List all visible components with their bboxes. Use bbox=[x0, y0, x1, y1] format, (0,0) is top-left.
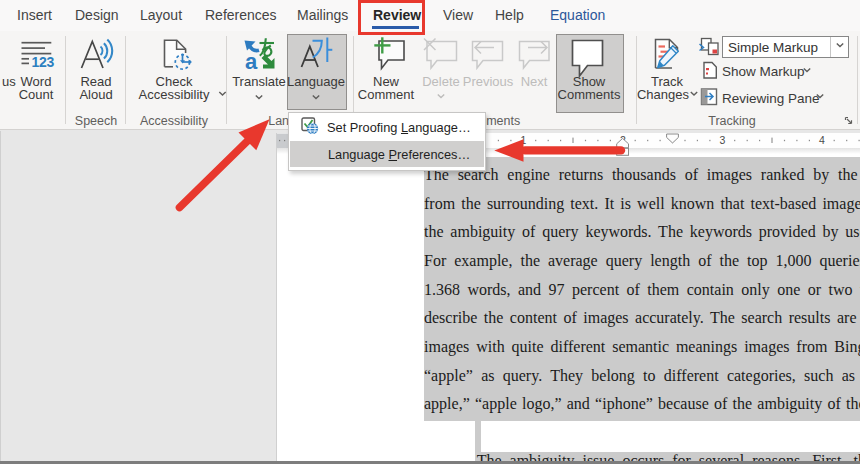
svg-text:4: 4 bbox=[819, 134, 825, 146]
svg-text:123: 123 bbox=[32, 54, 55, 70]
svg-text:a: a bbox=[245, 49, 258, 74]
svg-text:3: 3 bbox=[719, 134, 725, 146]
svg-text:1: 1 bbox=[520, 134, 526, 146]
